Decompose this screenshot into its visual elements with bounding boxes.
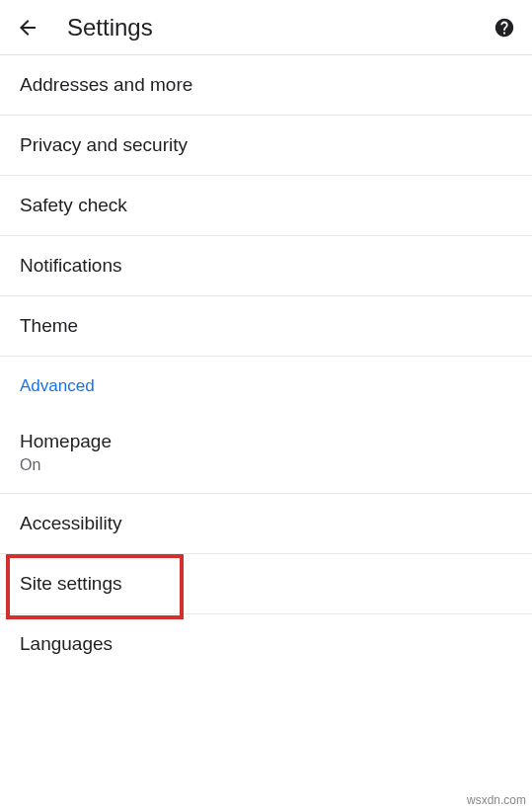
header-bar: Settings (0, 0, 532, 55)
settings-item-notifications[interactable]: Notifications (0, 236, 532, 296)
item-label: Theme (20, 315, 512, 337)
item-label: Privacy and security (20, 134, 512, 156)
item-label: Languages (20, 633, 512, 655)
arrow-back-icon (16, 16, 39, 40)
settings-item-addresses[interactable]: Addresses and more (0, 55, 532, 116)
section-header-advanced: Advanced (0, 357, 532, 412)
settings-item-safety[interactable]: Safety check (0, 176, 532, 236)
page-title: Settings (67, 14, 493, 41)
item-sublabel: On (20, 456, 512, 474)
help-icon (494, 17, 515, 39)
back-button[interactable] (16, 16, 39, 40)
item-label: Site settings (20, 573, 512, 595)
settings-item-theme[interactable]: Theme (0, 296, 532, 357)
help-button[interactable] (493, 16, 516, 40)
settings-item-accessibility[interactable]: Accessibility (0, 494, 532, 554)
settings-item-homepage[interactable]: Homepage On (0, 412, 532, 494)
item-label: Addresses and more (20, 74, 512, 96)
settings-item-languages[interactable]: Languages (0, 614, 532, 674)
watermark: wsxdn.com (467, 793, 526, 807)
item-label: Safety check (20, 195, 512, 216)
settings-list: Addresses and more Privacy and security … (0, 55, 532, 674)
item-label: Homepage (20, 431, 512, 452)
item-label: Notifications (20, 255, 512, 277)
settings-item-privacy[interactable]: Privacy and security (0, 116, 532, 176)
item-label: Accessibility (20, 513, 512, 534)
settings-item-site-settings[interactable]: Site settings (0, 554, 532, 614)
